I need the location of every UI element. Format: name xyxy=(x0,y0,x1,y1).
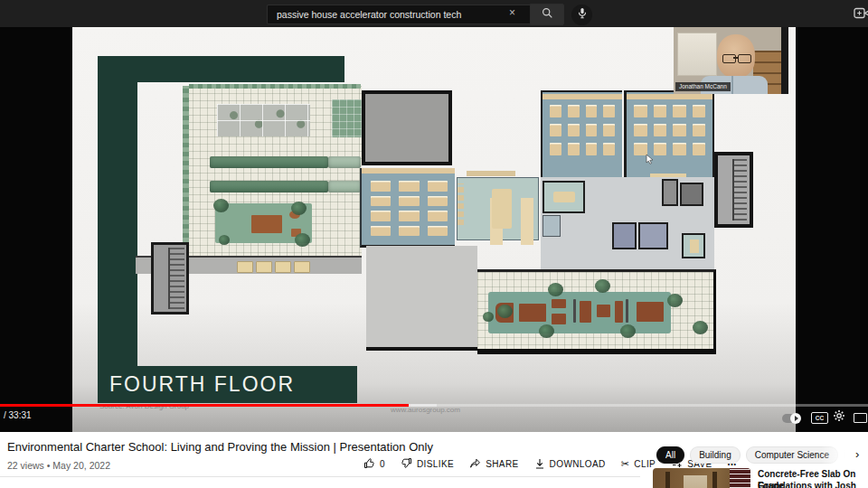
video-player[interactable]: FOURTH FLOOR Source: Avon Design Group w… xyxy=(0,27,868,432)
cam-shirt-placket xyxy=(731,76,733,94)
clip-label: CLIP xyxy=(634,459,656,469)
thumb-detail xyxy=(684,475,707,488)
video-meta: 22 views • May 20, 2022 xyxy=(7,460,110,471)
chips-fade xyxy=(821,445,855,465)
captions-button[interactable]: CC xyxy=(811,412,828,424)
time-display: / 33:31 xyxy=(4,410,32,420)
thumb-up-icon xyxy=(363,457,375,471)
mic-icon xyxy=(577,6,588,23)
plan-vine-edge xyxy=(183,86,189,256)
plan-stairwell-right xyxy=(714,152,753,228)
dislike-label: DISLIKE xyxy=(417,459,454,469)
plan-stairwell-left xyxy=(151,242,189,314)
plan-terrace-left xyxy=(185,86,362,256)
download-button[interactable]: DOWNLOAD xyxy=(534,458,606,471)
plan-mechanical-room xyxy=(362,90,452,165)
plan-table xyxy=(690,239,699,253)
plan-tree xyxy=(291,202,307,215)
chip-building[interactable]: Building xyxy=(690,446,741,464)
plan-small-room xyxy=(542,215,561,237)
plan-classroom-middle xyxy=(360,168,455,248)
plan-screen xyxy=(626,299,628,323)
create-video-icon[interactable] xyxy=(854,6,868,23)
plan-table xyxy=(597,305,610,317)
plan-utility-room xyxy=(680,183,703,206)
progress-played[interactable] xyxy=(0,404,409,407)
thumb-podcast-art xyxy=(730,468,750,488)
plan-commons xyxy=(457,177,539,240)
plan-restroom xyxy=(638,222,668,249)
dislike-button[interactable]: DISLIKE xyxy=(401,457,454,471)
plan-utility-room xyxy=(662,179,678,206)
plan-planter-strip xyxy=(210,181,328,192)
plan-tree xyxy=(213,199,229,212)
video-frame[interactable]: FOURTH FLOOR Source: Avon Design Group w… xyxy=(72,27,796,432)
plan-desks xyxy=(550,105,615,155)
search-input[interactable] xyxy=(267,5,530,24)
autoplay-knob xyxy=(790,413,801,424)
like-button[interactable]: 0 xyxy=(363,457,385,471)
like-count: 0 xyxy=(380,459,385,469)
mouse-cursor xyxy=(646,152,654,168)
play-icon xyxy=(795,416,798,421)
plan-table xyxy=(637,302,664,322)
plan-counter xyxy=(542,94,622,99)
download-icon xyxy=(534,458,545,471)
plan-stair-treads xyxy=(170,248,184,309)
section-divider xyxy=(0,476,640,477)
progress-buffer xyxy=(409,404,437,407)
plan-tree xyxy=(548,283,563,296)
mic-button[interactable] xyxy=(571,5,592,25)
plan-table xyxy=(251,215,282,233)
gear-icon xyxy=(833,409,845,425)
thumb-detail xyxy=(665,472,670,488)
top-bar: × xyxy=(0,0,868,27)
plan-table xyxy=(553,192,575,202)
plan-tree xyxy=(497,305,513,318)
suggested-video-thumbnail[interactable] xyxy=(653,468,750,488)
slide-green-band-left xyxy=(98,56,137,403)
search-button[interactable] xyxy=(530,4,564,25)
plan-counter xyxy=(627,94,712,99)
search-icon xyxy=(542,6,553,23)
plan-vine-top xyxy=(189,84,361,89)
video-title: Environmental Charter School: Living and… xyxy=(7,440,433,454)
floor-plan-title: FOURTH FLOOR xyxy=(98,366,357,403)
plan-lockers xyxy=(458,183,464,225)
plan-table xyxy=(552,299,566,308)
plan-green-roof-square xyxy=(332,99,362,137)
plan-table xyxy=(519,304,546,322)
cam-glasses xyxy=(722,54,736,63)
plan-table xyxy=(552,314,566,324)
clear-search-icon[interactable]: × xyxy=(509,6,515,19)
plan-counter xyxy=(362,168,455,174)
plan-tree xyxy=(693,321,708,334)
search-area: × xyxy=(267,4,592,25)
chip-all[interactable]: All xyxy=(656,446,684,464)
chevron-right-icon[interactable]: › xyxy=(855,448,859,461)
download-label: DOWNLOAD xyxy=(550,459,606,469)
plan-tree xyxy=(620,324,636,338)
settings-button[interactable] xyxy=(833,409,845,426)
webcam-overlay: Jonathan McCann xyxy=(674,27,788,94)
plan-stair-divider xyxy=(732,159,734,221)
slide-website: www.aurosgroup.com xyxy=(391,406,460,414)
plan-stair-divider xyxy=(168,248,170,309)
plan-planter-strip xyxy=(328,181,361,192)
autoplay-toggle[interactable] xyxy=(782,414,800,423)
plan-stair-treads xyxy=(732,159,747,221)
suggested-video-title[interactable]: Foundations with Josh Salinger xyxy=(758,480,868,488)
plan-screen xyxy=(573,299,576,323)
share-button[interactable]: SHARE xyxy=(469,458,518,471)
plan-table xyxy=(580,301,591,323)
plan-counter xyxy=(467,171,515,176)
plan-breakout-room xyxy=(682,233,705,258)
plan-restroom xyxy=(612,222,637,249)
cam-dark-edge xyxy=(781,27,788,94)
theater-mode-button[interactable] xyxy=(854,413,867,423)
plan-tree xyxy=(667,294,683,307)
scissors-icon: ✂ xyxy=(621,459,630,469)
share-label: SHARE xyxy=(486,459,518,469)
page: { "topbar": { "search_value": "passive h… xyxy=(0,0,868,488)
clip-button[interactable]: ✂ CLIP xyxy=(621,459,656,469)
